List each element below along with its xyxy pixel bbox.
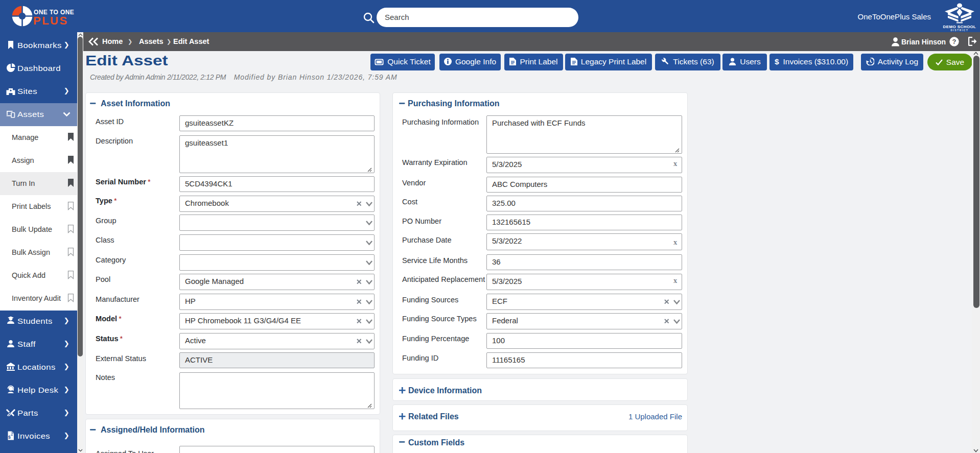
svg-text:?: ? [952,38,956,45]
svg-text:DISTRICT: DISTRICT [951,29,969,32]
svg-text:$: $ [8,435,11,440]
